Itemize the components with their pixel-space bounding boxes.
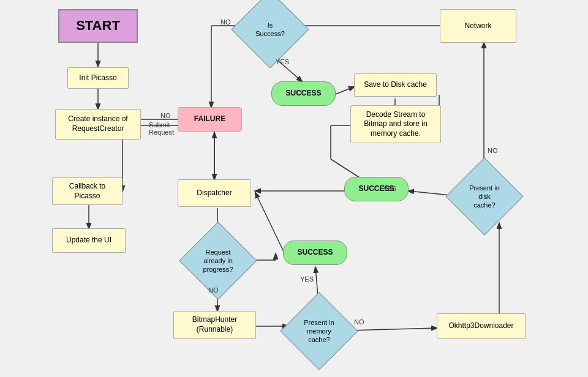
present-memory-diamond-container xyxy=(290,302,349,360)
create-instance-node: Create instance ofRequestCreator xyxy=(55,109,141,140)
svg-line-12 xyxy=(334,87,354,95)
init-picasso-node: Init Picasso xyxy=(67,67,129,89)
yes-label-2: YES xyxy=(383,185,396,192)
no-label-1: NO xyxy=(221,18,231,26)
success2-node: SUCCESS xyxy=(344,177,409,201)
yes-label-3: YES xyxy=(300,275,314,283)
submit-request-label: SubmitRequest xyxy=(149,121,174,136)
save-disk-node: Save to Disk cache xyxy=(354,73,437,97)
update-ui-node: Update the UI xyxy=(52,228,126,253)
dispatcher-node: Dispatcher xyxy=(178,179,251,207)
start-node: START xyxy=(58,9,138,43)
success1-node: SUCCESS xyxy=(271,81,336,106)
request-progress-diamond-container xyxy=(189,231,247,290)
decode-stream-node: Decode Stream toBitmap and store inmemor… xyxy=(350,105,441,143)
yes-label-1: YES xyxy=(276,58,289,65)
svg-line-28 xyxy=(255,193,285,254)
okhttp-node: Okhttp3Downloader xyxy=(437,313,526,339)
bitmap-hunter-node: BitmapHunter(Runnable) xyxy=(173,311,256,339)
callback-picasso-node: Callback toPicasso xyxy=(52,177,123,205)
no-label-2: NO xyxy=(488,147,498,154)
no-label-failure: NO xyxy=(160,112,171,119)
network-node: Network xyxy=(440,9,516,43)
svg-line-29 xyxy=(348,328,437,330)
present-disk-diamond-container xyxy=(455,167,514,226)
success3-node: SUCCESS xyxy=(283,241,347,265)
no-label-4: NO xyxy=(354,318,364,326)
flowchart-diagram: START Init Picasso Create instance ofReq… xyxy=(0,0,588,377)
no-label-3: NO xyxy=(208,286,219,294)
is-success-diamond-container xyxy=(241,0,300,59)
failure-node: FAILURE xyxy=(178,107,242,132)
